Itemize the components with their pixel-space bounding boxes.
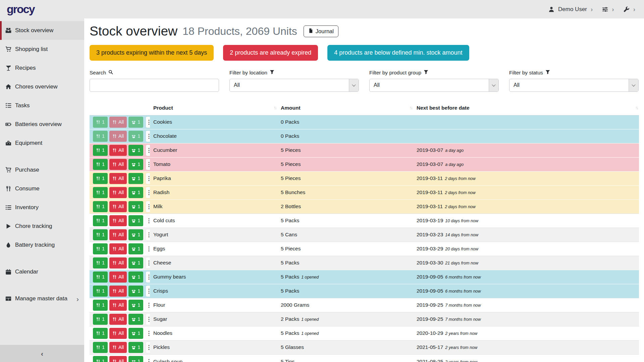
consume-all-button[interactable]: All	[109, 328, 127, 339]
below-min-stock-banner[interactable]: 4 products are below defined min. stock …	[327, 45, 469, 61]
more-menu-button[interactable]: ⋮	[146, 173, 150, 184]
consume-one-button[interactable]: 1	[93, 286, 108, 297]
sidebar-item-batteries-overview[interactable]: Batteries overview	[0, 115, 84, 134]
user-menu[interactable]: Demo User ›	[548, 6, 593, 13]
open-one-button[interactable]: 1	[128, 187, 143, 198]
consume-one-button[interactable]: 1	[93, 201, 108, 212]
consume-all-button[interactable]: All	[109, 286, 127, 297]
consume-all-button[interactable]: All	[109, 314, 127, 325]
more-menu-button[interactable]: ⋮	[146, 286, 150, 297]
admin-menu[interactable]: ›	[624, 6, 635, 12]
consume-one-button[interactable]: 1	[93, 187, 108, 198]
open-one-button[interactable]: 1	[128, 356, 143, 362]
open-one-button[interactable]: 1	[128, 145, 143, 156]
sidebar-item-purchase[interactable]: Purchase	[0, 161, 84, 179]
open-one-button[interactable]: 1	[128, 159, 143, 170]
open-one-button[interactable]: 1	[128, 286, 143, 297]
more-menu-button[interactable]: ⋮	[146, 201, 150, 212]
more-menu-button[interactable]: ⋮	[146, 243, 150, 254]
consume-one-button[interactable]: 1	[93, 145, 108, 156]
more-menu-button[interactable]: ⋮	[146, 356, 150, 362]
consume-one-button[interactable]: 1	[93, 229, 108, 240]
consume-all-button[interactable]: All	[109, 131, 127, 142]
consume-one-button[interactable]: 1	[93, 300, 108, 311]
consume-one-button[interactable]: 1	[93, 215, 108, 226]
product-column-header[interactable]: Product ↑↓	[150, 101, 277, 115]
expired-banner[interactable]: 2 products are already expired	[223, 45, 318, 61]
more-menu-button[interactable]: ⋮	[146, 328, 150, 339]
more-menu-button[interactable]: ⋮	[146, 117, 150, 128]
expiring-banner[interactable]: 3 products expiring within the next 5 da…	[90, 45, 214, 61]
more-menu-button[interactable]: ⋮	[146, 215, 150, 226]
status-select[interactable]: All	[509, 79, 639, 92]
consume-one-button[interactable]: 1	[93, 328, 108, 339]
open-one-button[interactable]: 1	[128, 328, 143, 339]
consume-one-button[interactable]: 1	[93, 257, 108, 268]
consume-one-button[interactable]: 1	[93, 117, 108, 128]
consume-one-button[interactable]: 1	[93, 131, 108, 142]
open-one-button[interactable]: 1	[128, 342, 143, 353]
consume-one-button[interactable]: 1	[93, 243, 108, 254]
consume-all-button[interactable]: All	[109, 272, 127, 283]
open-one-button[interactable]: 1	[128, 173, 143, 184]
consume-one-button[interactable]: 1	[93, 356, 108, 362]
consume-one-button[interactable]: 1	[93, 314, 108, 325]
open-one-button[interactable]: 1	[128, 201, 143, 212]
consume-all-button[interactable]: All	[109, 356, 127, 362]
more-menu-button[interactable]: ⋮	[146, 131, 150, 142]
more-menu-button[interactable]: ⋮	[146, 272, 150, 283]
sidebar-item-equipment[interactable]: Equipment	[0, 134, 84, 153]
sidebar-item-calendar[interactable]: Calendar	[0, 262, 84, 281]
product-group-select[interactable]: All	[369, 79, 499, 92]
open-one-button[interactable]: 1	[128, 117, 143, 128]
sidebar-item-stock-overview[interactable]: Stock overview	[0, 21, 84, 40]
amount-column-header[interactable]: Amount ↑↓	[277, 101, 413, 115]
consume-one-button[interactable]: 1	[93, 173, 108, 184]
search-input[interactable]	[90, 79, 219, 92]
open-one-button[interactable]: 1	[128, 300, 143, 311]
consume-all-button[interactable]: All	[109, 215, 127, 226]
open-one-button[interactable]: 1	[128, 131, 143, 142]
consume-all-button[interactable]: All	[109, 229, 127, 240]
consume-one-button[interactable]: 1	[93, 272, 108, 283]
sidebar-collapse-button[interactable]: ‹	[0, 345, 84, 362]
open-one-button[interactable]: 1	[128, 272, 143, 283]
open-one-button[interactable]: 1	[128, 314, 143, 325]
consume-all-button[interactable]: All	[109, 300, 127, 311]
open-one-button[interactable]: 1	[128, 243, 143, 254]
open-one-button[interactable]: 1	[128, 257, 143, 268]
sidebar-item-manage-master-data[interactable]: Manage master data›	[0, 289, 84, 308]
more-menu-button[interactable]: ⋮	[146, 187, 150, 198]
more-menu-button[interactable]: ⋮	[146, 342, 150, 353]
open-one-button[interactable]: 1	[128, 215, 143, 226]
sidebar-item-tasks[interactable]: Tasks	[0, 96, 84, 115]
consume-all-button[interactable]: All	[109, 117, 127, 128]
consume-all-button[interactable]: All	[109, 342, 127, 353]
consume-one-button[interactable]: 1	[93, 159, 108, 170]
best-before-column-header[interactable]: Next best before date ↑↓	[413, 101, 639, 115]
consume-all-button[interactable]: All	[109, 201, 127, 212]
sidebar-item-chore-tracking[interactable]: Chore tracking	[0, 217, 84, 236]
consume-all-button[interactable]: All	[109, 187, 127, 198]
settings-menu[interactable]: ›	[602, 6, 614, 12]
sidebar-item-recipes[interactable]: Recipes	[0, 59, 84, 77]
location-select[interactable]: All	[229, 79, 359, 92]
more-menu-button[interactable]: ⋮	[146, 257, 150, 268]
more-menu-button[interactable]: ⋮	[146, 145, 150, 156]
consume-all-button[interactable]: All	[109, 173, 127, 184]
consume-all-button[interactable]: All	[109, 145, 127, 156]
open-one-button[interactable]: 1	[128, 229, 143, 240]
sidebar-item-consume[interactable]: Consume	[0, 179, 84, 198]
consume-one-button[interactable]: 1	[93, 342, 108, 353]
sidebar-item-shopping-list[interactable]: Shopping list	[0, 40, 84, 59]
more-menu-button[interactable]: ⋮	[146, 229, 150, 240]
consume-all-button[interactable]: All	[109, 257, 127, 268]
more-menu-button[interactable]: ⋮	[146, 300, 150, 311]
more-menu-button[interactable]: ⋮	[146, 159, 150, 170]
sidebar-item-chores-overview[interactable]: Chores overview	[0, 77, 84, 96]
journal-button[interactable]: Journal	[304, 25, 338, 37]
sidebar-item-inventory[interactable]: Inventory	[0, 198, 84, 217]
more-menu-button[interactable]: ⋮	[146, 314, 150, 325]
consume-all-button[interactable]: All	[109, 159, 127, 170]
consume-all-button[interactable]: All	[109, 243, 127, 254]
